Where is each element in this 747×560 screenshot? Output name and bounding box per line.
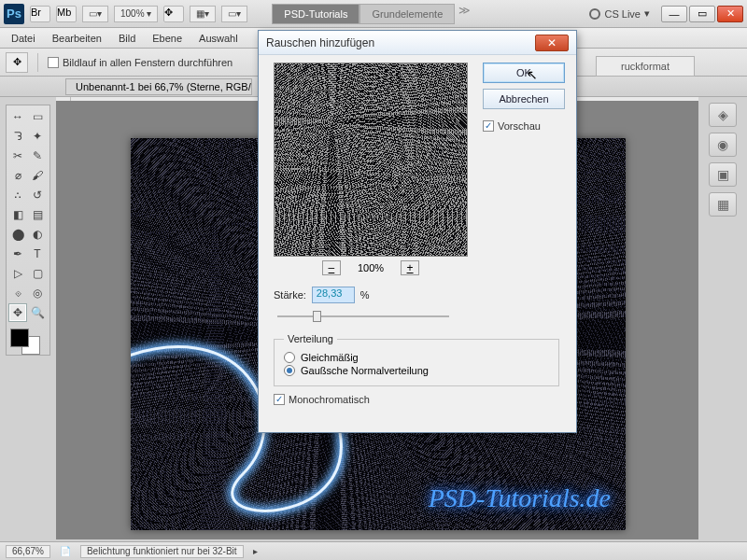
distribution-group: Verteilung Gleichmäßig Gaußsche Normalve… bbox=[274, 333, 559, 386]
monochromatic-checkbox[interactable]: Monochromatisch bbox=[274, 394, 565, 405]
ok-button[interactable]: OK ↖ bbox=[483, 63, 565, 83]
scroll-all-label: Bildlauf in allen Fenstern durchführen bbox=[63, 57, 233, 68]
watermark-text: PSD-Tutorials.de bbox=[429, 483, 611, 513]
strength-unit: % bbox=[360, 289, 370, 301]
radio-uniform-label: Gleichmäßig bbox=[301, 352, 359, 363]
window-controls: — ▭ ✕ bbox=[661, 6, 743, 22]
strength-label: Stärke: bbox=[274, 289, 306, 301]
zoom-value: 100% bbox=[120, 8, 145, 19]
cs-live[interactable]: CS Live ▾ bbox=[589, 7, 650, 20]
preview-label: Vorschau bbox=[498, 120, 541, 132]
zoom-out-button[interactable]: – bbox=[322, 260, 341, 275]
status-zoom[interactable]: 66,67% bbox=[6, 545, 50, 558]
workspace-tab-grundelemente[interactable]: Grundelemente bbox=[359, 4, 455, 24]
arrange-dropdown[interactable]: ▦▾ bbox=[190, 6, 216, 22]
minimize-button[interactable]: — bbox=[661, 6, 687, 22]
menu-auswahl[interactable]: Auswahl bbox=[191, 31, 246, 46]
color-swatches[interactable] bbox=[8, 327, 48, 353]
maximize-button[interactable]: ▭ bbox=[689, 6, 715, 22]
slider-thumb[interactable] bbox=[313, 311, 321, 322]
eyedropper-tool[interactable]: ✎ bbox=[28, 147, 47, 165]
preview-checkbox[interactable]: Vorschau bbox=[483, 120, 565, 132]
dialog-titlebar[interactable]: Rauschen hinzufügen ✕ bbox=[259, 31, 576, 55]
foreground-color-swatch[interactable] bbox=[10, 329, 29, 347]
monochromatic-label: Monochromatisch bbox=[289, 394, 370, 405]
magic-wand-tool[interactable]: ✦ bbox=[28, 127, 47, 146]
ok-label: OK bbox=[516, 67, 531, 78]
layers-panel-icon[interactable]: ◈ bbox=[709, 103, 737, 127]
panel-dock: ◈ ◉ ▣ ▦ bbox=[702, 103, 743, 217]
zoom-dropdown[interactable]: 100% ▾ bbox=[114, 6, 158, 22]
checkbox-icon bbox=[274, 394, 285, 405]
3d-camera-tool[interactable]: ◎ bbox=[28, 284, 47, 302]
document-tab[interactable]: Unbenannt-1 bei 66,7% (Sterne, RGB/… bbox=[65, 78, 252, 95]
3d-tool[interactable]: ⟐ bbox=[8, 284, 27, 302]
preview-thumbnail[interactable] bbox=[274, 63, 468, 257]
blur-tool[interactable]: ⬤ bbox=[8, 225, 27, 244]
radio-icon bbox=[284, 365, 295, 376]
application-bar: Ps Br Mb ▭▾ 100% ▾ ✥ ▦▾ ▭▾ PSD-Tutorials… bbox=[0, 0, 747, 28]
move-tool[interactable]: ↔ bbox=[8, 107, 27, 126]
preview-zoom-value: 100% bbox=[358, 262, 384, 273]
adjustments-panel-icon[interactable]: ▣ bbox=[709, 162, 737, 187]
status-bar: 66,67% 📄 Belichtung funktioniert nur bei… bbox=[0, 541, 747, 560]
strength-slider[interactable] bbox=[277, 309, 449, 324]
menu-bearbeiten[interactable]: Bearbeiten bbox=[45, 31, 109, 46]
color-panel-icon[interactable]: ◉ bbox=[709, 133, 737, 157]
workspace-switcher: PSD-Tutorials Grundelemente ≫ bbox=[272, 4, 474, 24]
zoom-in-button[interactable]: + bbox=[401, 260, 419, 275]
distribution-legend: Verteilung bbox=[284, 333, 337, 344]
workspace-more-icon[interactable]: ≫ bbox=[455, 4, 474, 24]
close-button[interactable]: ✕ bbox=[717, 6, 743, 22]
dodge-tool[interactable]: ◐ bbox=[28, 225, 47, 244]
radio-icon bbox=[284, 352, 295, 363]
paths-panel-icon[interactable]: ▦ bbox=[709, 192, 737, 217]
cs-live-label: CS Live bbox=[604, 8, 641, 20]
radio-gaussian[interactable]: Gaußsche Normalverteilung bbox=[284, 365, 549, 376]
stamp-tool[interactable]: ⛬ bbox=[8, 186, 27, 204]
toolbox: ↔ ▭ ᘊ ✦ ✂ ✎ ⌀ 🖌 ⛬ ↺ ◧ ▤ ⬤ ◐ ✒ T ▷ ▢ ⟐ ◎ … bbox=[6, 105, 50, 356]
gradient-tool[interactable]: ▤ bbox=[28, 205, 47, 224]
checkbox-icon bbox=[483, 120, 494, 132]
crop-tool[interactable]: ✂ bbox=[8, 147, 27, 165]
lasso-tool[interactable]: ᘊ bbox=[8, 127, 27, 146]
ps-logo-icon: Ps bbox=[4, 4, 24, 24]
status-doc-icon: 📄 bbox=[60, 546, 71, 556]
current-tool-icon[interactable]: ✥ bbox=[6, 52, 28, 73]
status-message: Belichtung funktioniert nur bei 32-Bit bbox=[80, 545, 244, 558]
history-brush-tool[interactable]: ↺ bbox=[28, 186, 47, 204]
pen-tool[interactable]: ✒ bbox=[8, 245, 27, 263]
hand-tool-icon[interactable]: ✥ bbox=[163, 6, 184, 22]
checkbox-icon bbox=[48, 57, 59, 68]
view-extras-dropdown[interactable]: ▭▾ bbox=[82, 6, 108, 22]
hand-tool[interactable]: ✥ bbox=[8, 303, 27, 322]
menu-bild[interactable]: Bild bbox=[111, 31, 143, 46]
type-tool[interactable]: T bbox=[28, 245, 47, 263]
minibridge-icon[interactable]: Mb bbox=[56, 6, 77, 22]
scroll-all-checkbox[interactable]: Bildlauf in allen Fenstern durchführen bbox=[48, 57, 233, 68]
status-more-icon[interactable]: ▸ bbox=[253, 546, 258, 556]
dialog-close-button[interactable]: ✕ bbox=[535, 35, 569, 51]
shape-tool[interactable]: ▢ bbox=[28, 264, 47, 283]
cs-live-icon bbox=[589, 8, 600, 20]
healing-tool[interactable]: ⌀ bbox=[8, 166, 27, 185]
path-select-tool[interactable]: ▷ bbox=[8, 264, 27, 283]
zoom-tool[interactable]: 🔍 bbox=[28, 303, 47, 322]
slider-track bbox=[277, 315, 449, 317]
bridge-icon[interactable]: Br bbox=[30, 6, 50, 22]
brush-tool[interactable]: 🖌 bbox=[28, 166, 47, 185]
menu-datei[interactable]: Datei bbox=[4, 31, 43, 46]
eraser-tool[interactable]: ◧ bbox=[8, 205, 27, 224]
screenmode-dropdown[interactable]: ▭▾ bbox=[221, 6, 247, 22]
workspace-tab-psdtutorials[interactable]: PSD-Tutorials bbox=[272, 4, 359, 24]
strength-input[interactable]: 28,33 bbox=[312, 287, 355, 303]
radio-gaussian-label: Gaußsche Normalverteilung bbox=[301, 365, 429, 376]
marquee-tool[interactable]: ▭ bbox=[28, 107, 47, 126]
menu-ebene[interactable]: Ebene bbox=[145, 31, 190, 46]
panel-tab-druckformat[interactable]: ruckformat bbox=[596, 56, 695, 77]
cancel-button[interactable]: Abbrechen bbox=[483, 89, 565, 109]
dialog-title: Rauschen hinzufügen bbox=[266, 36, 374, 49]
add-noise-dialog: Rauschen hinzufügen ✕ OK ↖ Abbrechen Vor… bbox=[258, 30, 577, 433]
radio-uniform[interactable]: Gleichmäßig bbox=[284, 352, 549, 363]
